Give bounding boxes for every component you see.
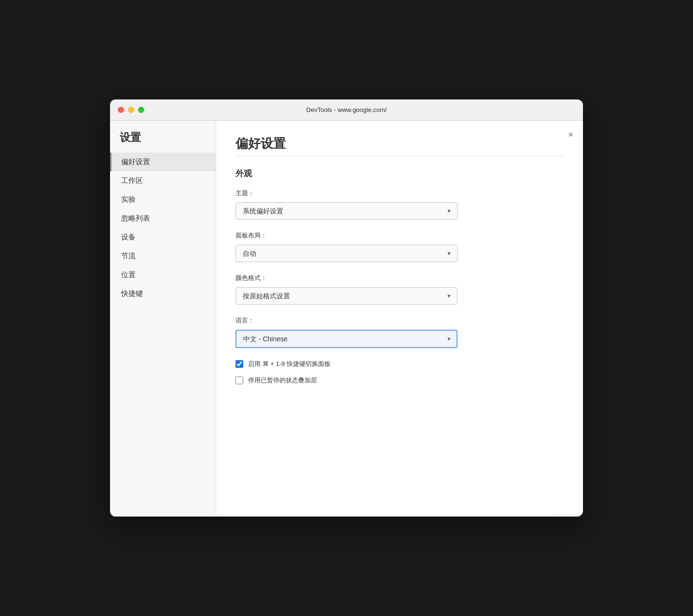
dialog-close-button[interactable]: ×: [568, 130, 573, 139]
page-title: 偏好设置: [236, 135, 564, 152]
overlay-checkbox-group: 停用已暂停的状态叠加层: [236, 376, 564, 385]
panel-layout-label: 面板布局：: [236, 231, 564, 240]
sidebar-item-devices[interactable]: 设备: [110, 228, 216, 247]
content-area: 设置 偏好设置 工作区 实验 忽略列表 设备 节流 位置 快捷: [110, 121, 583, 517]
sidebar-heading: 设置: [110, 130, 216, 153]
language-select[interactable]: 中文 - Chinese English 日本語 한국어: [236, 330, 457, 348]
sidebar-item-throttling[interactable]: 节流: [110, 247, 216, 266]
theme-select[interactable]: 系统偏好设置 浅色 深色: [236, 202, 457, 220]
theme-field: 主题： 系统偏好设置 浅色 深色 ▼: [236, 189, 564, 220]
app-window: DevTools - www.google.com/ 设置 偏好设置 工作区 实…: [110, 99, 583, 517]
language-label: 语言：: [236, 316, 564, 325]
panel-layout-field: 面板布局： 自动 水平 垂直 ▼: [236, 231, 564, 262]
maximize-button[interactable]: [138, 107, 144, 113]
shortcut-checkbox[interactable]: [236, 360, 243, 368]
color-format-select-wrapper: 按原始格式设置 HEX RGB HSL ▼: [236, 287, 457, 305]
theme-select-wrapper: 系统偏好设置 浅色 深色 ▼: [236, 202, 457, 220]
appearance-section-title: 外观: [236, 168, 564, 179]
panel-layout-select[interactable]: 自动 水平 垂直: [236, 245, 457, 262]
traffic-lights: [118, 107, 144, 113]
language-field: 语言： 中文 - Chinese English 日本語 한국어 ▼: [236, 316, 564, 348]
window-title: DevTools - www.google.com/: [306, 106, 387, 113]
close-button[interactable]: [118, 107, 124, 113]
sidebar-item-shortcuts[interactable]: 快捷键: [110, 284, 216, 303]
sidebar-item-experiments[interactable]: 实验: [110, 190, 216, 209]
color-format-label: 颜色格式：: [236, 274, 564, 282]
sidebar-item-preferences[interactable]: 偏好设置: [110, 153, 216, 171]
main-content: × 偏好设置 外观 主题： 系统偏好设置 浅色 深色 ▼ 面板布局：: [216, 121, 583, 517]
shortcut-checkbox-group: 启用 ⌘ + 1-9 快捷键切换面板: [236, 360, 564, 368]
sidebar: 设置 偏好设置 工作区 实验 忽略列表 设备 节流 位置 快捷: [110, 121, 216, 517]
color-format-select[interactable]: 按原始格式设置 HEX RGB HSL: [236, 287, 457, 305]
section-divider: [236, 156, 564, 156]
color-format-field: 颜色格式： 按原始格式设置 HEX RGB HSL ▼: [236, 274, 564, 305]
minimize-button[interactable]: [128, 107, 134, 113]
sidebar-item-locations[interactable]: 位置: [110, 266, 216, 284]
theme-label: 主题：: [236, 189, 564, 197]
overlay-checkbox-label: 停用已暂停的状态叠加层: [248, 376, 317, 385]
overlay-checkbox[interactable]: [236, 377, 243, 384]
titlebar: DevTools - www.google.com/: [110, 99, 583, 121]
shortcut-checkbox-label: 启用 ⌘ + 1-9 快捷键切换面板: [248, 360, 331, 368]
language-select-wrapper: 中文 - Chinese English 日本語 한국어 ▼: [236, 330, 457, 348]
sidebar-item-ignorelist[interactable]: 忽略列表: [110, 209, 216, 228]
sidebar-item-workspace[interactable]: 工作区: [110, 171, 216, 190]
panel-layout-select-wrapper: 自动 水平 垂直 ▼: [236, 245, 457, 262]
